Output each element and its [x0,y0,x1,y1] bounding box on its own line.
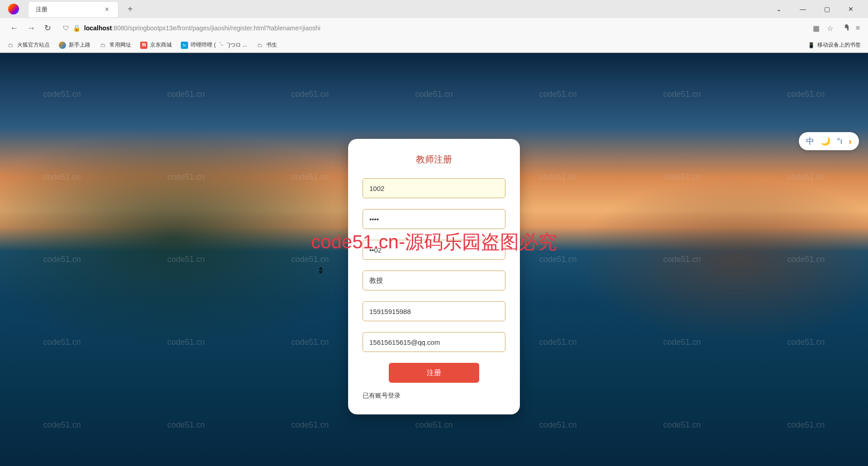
window-close-icon[interactable]: ✕ [844,4,857,14]
window-minimize-icon[interactable]: — [796,4,810,14]
bookmark-label: 新手上路 [69,41,90,49]
ime-punct-icon[interactable]: °ı [837,137,842,146]
tab-bar: 注册 × + ⌄ — ▢ ✕ [0,0,868,18]
extension-icon[interactable]: 🖣 [840,21,853,35]
ime-toolbar[interactable]: 中 🌙 °ı › [799,132,859,150]
ime-lang-button[interactable]: 中 [806,136,814,147]
confirm-password-input[interactable] [363,240,505,260]
ime-moon-icon[interactable]: 🌙 [821,136,830,146]
register-button[interactable]: 注册 [389,363,479,383]
bookmark-jd[interactable]: 狗 京东商城 [140,41,172,49]
url-bar[interactable]: 🛡 🔒 localhost:8080/springbootpx13e/front… [63,24,833,33]
ime-expand-icon[interactable]: › [849,136,852,147]
tab-title: 注册 [36,5,103,14]
bookmark-label: 书生 [266,41,277,49]
mobile-icon: 📱 [807,42,815,49]
tab-close-icon[interactable]: × [103,5,111,14]
register-card: 教师注册 注册 已有账号登录 [348,139,520,414]
bookmark-shusheng[interactable]: 🗀 书生 [256,41,277,49]
window-controls: ⌄ — ▢ ✕ [773,4,864,14]
bookmark-star-icon[interactable]: ☆ [827,24,833,33]
window-maximize-icon[interactable]: ▢ [821,4,834,14]
url-text: localhost:8080/springbootpx13e/front/pag… [84,24,321,32]
lock-icon[interactable]: 🔒 [73,24,80,32]
nav-reload-icon[interactable]: ↻ [40,20,56,36]
bookmark-common-urls[interactable]: 🗀 常用网址 [99,41,131,49]
bookmark-firefox-official[interactable]: 🗀 火狐官方站点 [7,41,50,49]
bookmark-label: 火狐官方站点 [17,41,50,49]
jd-icon: 狗 [140,42,147,49]
nav-bar: ← → ↻ 🛡 🔒 localhost:8080/springbootpx13e… [0,18,868,38]
folder-icon: 🗀 [99,42,107,49]
qr-code-icon[interactable]: ▦ [813,24,820,33]
bookmark-getting-started[interactable]: 新手上路 [59,41,90,49]
folder-icon: 🗀 [7,42,14,49]
bookmark-bilibili[interactable]: tv 哔哩哔哩 (゜-゜)つロ ... [181,41,247,49]
nav-back-icon[interactable]: ← [5,21,23,36]
bookmarks-bar: 🗀 火狐官方站点 新手上路 🗀 常用网址 狗 京东商城 tv 哔哩哔哩 (゜-゜… [0,38,868,52]
nav-forward-icon[interactable]: → [23,21,40,36]
password-input[interactable] [363,209,505,229]
title-input[interactable] [363,271,505,290]
bookmark-label: 哔哩哔哩 (゜-゜)つロ ... [191,41,247,49]
bookmark-label: 常用网址 [109,41,131,49]
menu-icon[interactable]: ≡ [853,21,863,35]
new-tab-button[interactable]: + [124,2,137,16]
bookmark-label: 京东商城 [150,41,172,49]
username-input[interactable] [363,178,505,198]
shield-icon[interactable]: 🛡 [63,24,69,32]
browser-tab[interactable]: 注册 × [28,1,118,17]
window-dropdown-icon[interactable]: ⌄ [773,4,785,14]
url-path: :8080/springbootpx13e/front/pages/jiaosh… [112,24,320,32]
form-title: 教师注册 [363,153,505,166]
login-link[interactable]: 已有账号登录 [363,392,505,400]
phone-input[interactable] [363,301,505,321]
bilibili-icon: tv [181,42,188,49]
bookmark-label: 移动设备上的书签 [817,41,861,49]
bookmark-mobile[interactable]: 📱 移动设备上的书签 [807,41,861,49]
email-input[interactable] [363,332,505,352]
browser-chrome: 注册 × + ⌄ — ▢ ✕ ← → ↻ 🛡 🔒 localhost:8080/… [0,0,868,53]
folder-icon: 🗀 [256,42,264,49]
page-content: code51.cn code51.cn code51.cn code51.cn … [0,53,868,466]
firefox-icon [59,42,66,49]
url-host: localhost [84,24,112,32]
firefox-logo-icon [8,4,19,14]
